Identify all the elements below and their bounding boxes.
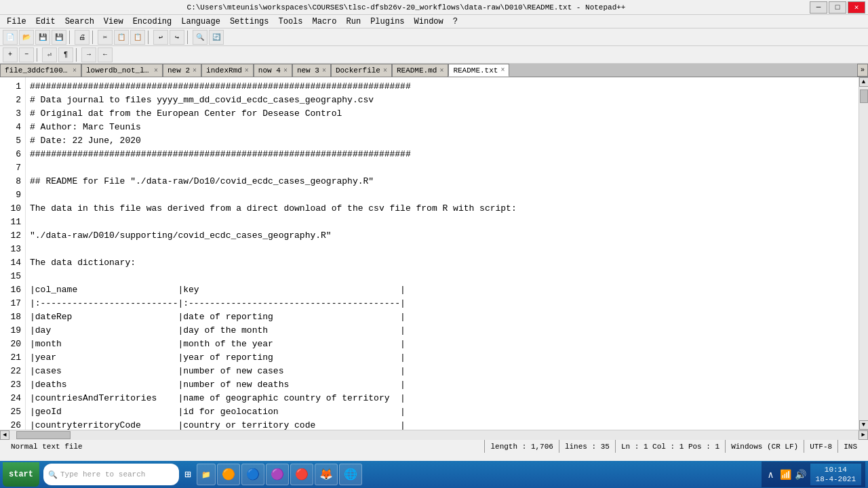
taskview-btn[interactable]: ⊞: [180, 464, 195, 485]
line-number-25: 25: [0, 405, 25, 419]
code-line-13: [30, 243, 854, 256]
tab-6[interactable]: Dockerfile×: [331, 64, 392, 77]
zoom-out-btn[interactable]: −: [19, 47, 34, 62]
start-button[interactable]: start: [3, 462, 39, 487]
search-taskbar[interactable]: 🔍 Type here to search: [43, 464, 179, 485]
tab-label-8: README.txt: [453, 66, 498, 75]
menu-item-view[interactable]: View: [100, 16, 127, 27]
tab-0[interactable]: file_3ddcf100-5103-4f41-9912-c471890ac81…: [0, 64, 81, 77]
tab-close-3[interactable]: ×: [245, 67, 249, 75]
tab-bar: file_3ddcf100-5103-4f41-9912-c471890ac81…: [0, 64, 868, 77]
print-btn[interactable]: 🖨: [75, 30, 90, 45]
tab-2[interactable]: new 2×: [163, 64, 201, 77]
tab-close-7[interactable]: ×: [439, 67, 443, 75]
copy-btn[interactable]: 📋: [114, 30, 129, 45]
menu-item-language[interactable]: Language: [177, 16, 224, 27]
find-btn[interactable]: 🔍: [193, 30, 208, 45]
tab-1[interactable]: lowerdb_not_lol_noael_toad_summary_AUG20…: [81, 64, 163, 77]
taskbar-app1[interactable]: 🟠: [217, 464, 240, 485]
scroll-track[interactable]: [859, 87, 869, 420]
tab-close-0[interactable]: ×: [73, 67, 77, 75]
replace-btn[interactable]: 🔄: [209, 30, 224, 45]
tab-5[interactable]: new 3×: [292, 64, 331, 77]
menu-item-settings[interactable]: Settings: [226, 16, 273, 27]
save-btn[interactable]: 💾: [35, 30, 50, 45]
cut-btn[interactable]: ✂: [98, 30, 113, 45]
menu-item-encoding[interactable]: Encoding: [129, 16, 176, 27]
code-line-21: |year |year of reporting |: [30, 351, 854, 365]
taskbar-app4[interactable]: 🔴: [290, 464, 313, 485]
maximize-button[interactable]: □: [829, 1, 846, 14]
tab-label-7: README.md: [397, 66, 437, 75]
tab-close-8[interactable]: ×: [500, 66, 505, 74]
line-number-18: 18: [0, 310, 25, 324]
tab-close-4[interactable]: ×: [283, 67, 288, 75]
new-btn[interactable]: 📄: [3, 30, 18, 45]
hscroll-track[interactable]: [9, 430, 859, 440]
tab-scroll-button[interactable]: »: [857, 64, 868, 77]
menu-item-tools[interactable]: Tools: [274, 16, 307, 27]
app3-icon: 🟣: [271, 468, 284, 481]
tab-label-2: new 2: [167, 66, 190, 75]
tab-close-6[interactable]: ×: [383, 67, 387, 75]
tab-8[interactable]: README.txt×: [448, 64, 509, 77]
taskbar-explorer[interactable]: 📁: [197, 464, 216, 485]
menu-item-search[interactable]: Search: [61, 16, 98, 27]
menu-item-window[interactable]: Window: [410, 16, 448, 27]
line-number-13: 13: [0, 243, 25, 256]
save-all-btn[interactable]: 💾: [52, 30, 66, 45]
taskbar-app6[interactable]: 🌐: [339, 464, 362, 485]
tab-close-2[interactable]: ×: [193, 67, 197, 75]
allchars-btn[interactable]: ¶: [58, 47, 73, 62]
hscroll-thumb[interactable]: [16, 431, 71, 439]
taskbar-app3[interactable]: 🟣: [266, 464, 289, 485]
tray-network: 📶: [781, 469, 791, 480]
app1-icon: 🟠: [222, 468, 235, 481]
hscroll-right-arrow[interactable]: ►: [859, 430, 868, 440]
tab-3[interactable]: indexRmd×: [201, 64, 254, 77]
zoom-in-btn[interactable]: +: [3, 47, 18, 62]
line-number-8: 8: [0, 175, 25, 188]
tab-7[interactable]: README.md×: [392, 64, 448, 77]
hscroll-left-arrow[interactable]: ◄: [0, 430, 9, 440]
undo-btn[interactable]: ↩: [153, 30, 168, 45]
menu-item-file[interactable]: File: [3, 16, 31, 27]
tab-4[interactable]: now 4×: [254, 64, 292, 77]
minimize-button[interactable]: ─: [810, 1, 827, 14]
line-number-20: 20: [0, 338, 25, 351]
taskbar-clock[interactable]: 10:14 18-4-2021: [810, 464, 861, 486]
taskbar-app5[interactable]: 🦊: [315, 464, 338, 485]
menu-item-macro[interactable]: Macro: [309, 16, 341, 27]
menu-item-edit[interactable]: Edit: [32, 16, 60, 27]
code-line-12: "./data-raw/D010/supporting/covid_ecdc_c…: [30, 229, 854, 243]
open-btn[interactable]: 📂: [19, 30, 34, 45]
tray-icon1: ∧: [766, 469, 776, 480]
line-number-10: 10: [0, 202, 25, 216]
wordwrap-btn[interactable]: ⏎: [42, 47, 57, 62]
code-line-24: |countriesAndTerritories |name of geogra…: [30, 392, 854, 405]
horizontal-scrollbar[interactable]: ◄ ►: [0, 430, 868, 439]
line-number-9: 9: [0, 188, 25, 202]
menu-item-plugins[interactable]: Plugins: [366, 16, 408, 27]
scroll-up-arrow[interactable]: ▲: [859, 77, 869, 87]
line-number-6: 6: [0, 148, 25, 161]
tab-close-5[interactable]: ×: [322, 67, 326, 75]
code-line-16: |col_name |key |: [30, 283, 854, 297]
scroll-thumb[interactable]: [860, 89, 868, 103]
code-line-23: |deaths |number of new deaths |: [30, 378, 854, 392]
close-button[interactable]: ✕: [848, 1, 865, 14]
vertical-scrollbar[interactable]: ▲ ▼: [859, 77, 868, 430]
redo-btn[interactable]: ↪: [170, 30, 184, 45]
app2-icon: 🔵: [246, 468, 260, 481]
scroll-down-arrow[interactable]: ▼: [859, 420, 869, 430]
code-area[interactable]: ########################################…: [26, 77, 859, 430]
taskbar-app2[interactable]: 🔵: [241, 464, 264, 485]
code-line-19: |day |day of the month |: [30, 324, 854, 338]
menu-item-?[interactable]: ?: [449, 16, 462, 27]
menu-item-run[interactable]: Run: [342, 16, 366, 27]
indent-btn[interactable]: →: [81, 47, 96, 62]
outdent-btn[interactable]: ←: [98, 47, 113, 62]
line-number-17: 17: [0, 297, 25, 310]
tab-close-1[interactable]: ×: [154, 67, 158, 75]
paste-btn[interactable]: 📋: [130, 30, 145, 45]
